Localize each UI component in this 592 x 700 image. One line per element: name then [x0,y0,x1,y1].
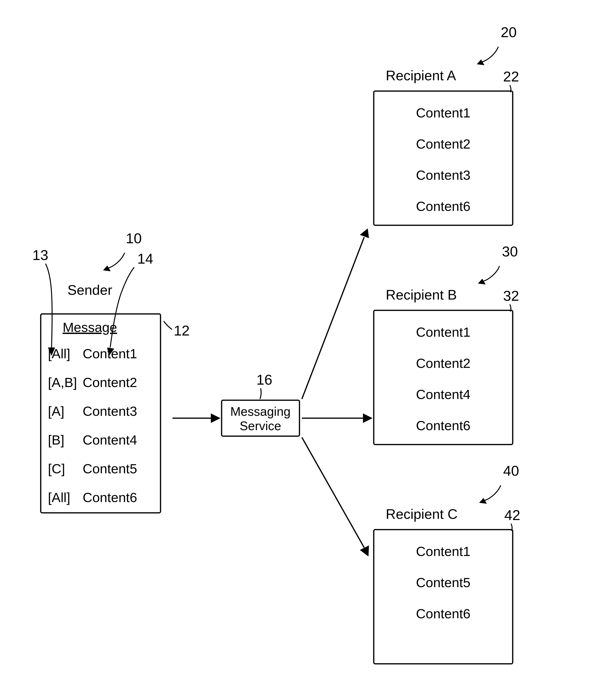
message-row-5: [All] Content6 [48,490,137,505]
message-row-2: [A] Content3 [48,404,137,419]
sender-group: Sender Message [All] Content1 [A,B] Cont… [41,282,160,513]
lead-40 [482,485,501,501]
lead-16 [260,388,261,399]
arrow-service-to-c [302,437,369,556]
recipient-c-item: Content6 [416,606,470,621]
svg-line-6 [302,437,364,548]
ref-42: 42 [504,507,521,523]
messaging-service-line1: Messaging [230,405,290,418]
recipient-c-item: Content1 [416,544,470,559]
recipient-a-item: Content2 [416,136,470,151]
message-tag: [A,B] [48,375,77,390]
svg-marker-5 [363,413,373,423]
message-row-4: [C] Content5 [48,461,137,476]
message-content: Content3 [83,404,137,419]
lead-20-head [477,59,484,65]
recipient-b-item: Content6 [416,418,470,433]
message-tag: [All] [48,490,70,505]
ref-30: 30 [502,243,518,260]
recipient-b-item: Content1 [416,324,470,339]
recipient-b-group: Recipient B Content1 Content2 Content4 C… [374,287,513,445]
lead-10-head [103,266,111,271]
ref-40: 40 [503,463,519,479]
message-content: Content4 [83,432,137,448]
ref-20: 20 [501,24,517,40]
svg-marker-3 [360,228,369,238]
message-row-0: [All] Content1 [48,346,137,361]
recipient-a-title: Recipient A [386,67,456,83]
ref-10: 10 [126,230,142,246]
lead-30-head [478,279,486,284]
lead-30 [480,266,499,282]
ref-32: 32 [503,288,519,304]
message-content: Content5 [83,461,137,476]
ref-13: 13 [32,247,48,263]
recipient-c-group: Recipient C Content1 Content5 Content6 [374,506,513,664]
ref-14: 14 [137,251,153,267]
svg-line-2 [302,237,364,399]
lead-10 [105,253,125,268]
recipient-b-item: Content2 [416,356,470,371]
lead-12 [164,321,172,329]
message-tag: [B] [48,432,64,448]
message-tag: [A] [48,404,64,419]
lead-40-head [479,498,487,504]
recipient-c-title: Recipient C [386,506,458,522]
ref-16: 16 [256,372,273,388]
message-heading: Message [62,320,117,335]
arrow-service-to-b [302,413,373,423]
sender-title: Sender [67,282,112,298]
message-row-3: [B] Content4 [48,432,137,448]
ref-22: 22 [503,68,519,85]
recipient-c-item: Content5 [416,575,470,590]
recipient-b-item: Content4 [416,387,470,402]
recipient-a-item: Content3 [416,168,470,183]
svg-marker-1 [211,413,220,423]
messaging-service-group: Messaging Service [221,400,299,436]
ref-12: 12 [174,323,190,339]
messaging-service-line2: Service [240,419,281,433]
diagram-canvas: Sender Message [All] Content1 [A,B] Cont… [0,0,592,700]
recipient-a-item: Content6 [416,199,470,214]
arrow-service-to-a [302,228,369,399]
message-content: Content6 [83,490,137,505]
message-tag: [C] [48,461,65,476]
recipient-a-item: Content1 [416,105,470,120]
message-content: Content2 [83,375,137,390]
lead-20 [479,47,498,62]
arrow-sender-to-service [172,413,220,423]
recipient-b-title: Recipient B [386,287,457,302]
recipient-a-group: Recipient A Content1 Content2 Content3 C… [374,67,513,225]
message-row-1: [A,B] Content2 [48,375,137,390]
